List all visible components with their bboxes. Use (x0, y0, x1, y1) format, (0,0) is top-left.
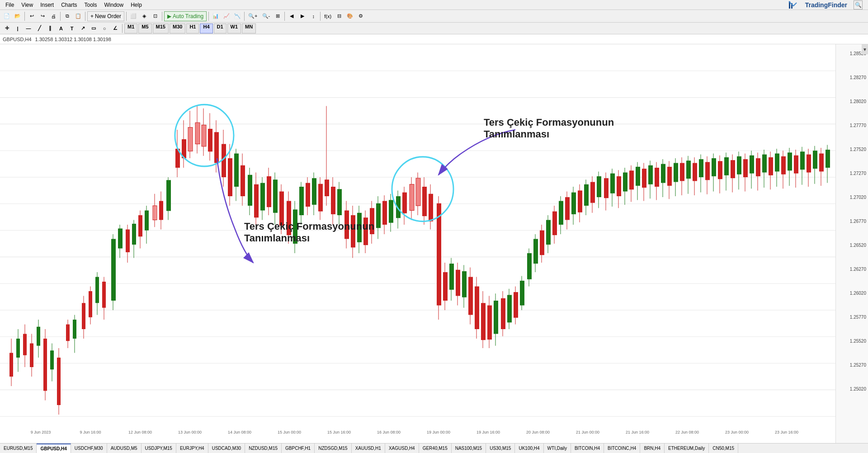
menu-view[interactable]: View (18, 2, 37, 8)
tb-icon7[interactable]: ↕ (308, 11, 318, 21)
tf-m30[interactable]: M30 (170, 24, 185, 33)
draw-hline-btn[interactable]: — (24, 24, 33, 33)
chart-tab-eurjpy-h4[interactable]: EURJPY,H4 (176, 444, 208, 453)
draw-trendline-btn[interactable]: ╱ (34, 24, 44, 33)
svg-text:19 Jun 00:00: 19 Jun 00:00 (427, 430, 450, 434)
redo-btn[interactable]: ↪ (38, 11, 47, 21)
svg-rect-56 (145, 211, 149, 231)
new-order-label: New Order (95, 13, 121, 19)
draw-line-btn[interactable]: | (13, 24, 23, 33)
tb-icon1[interactable]: ⬜ (128, 11, 138, 21)
svg-rect-94 (273, 179, 278, 213)
tf-mn[interactable]: MN (242, 24, 256, 33)
tb-color[interactable]: 🎨 (345, 11, 355, 21)
chart-tab-audusd-m5[interactable]: AUDUSD,M5 (107, 444, 142, 453)
undo-btn[interactable]: ↩ (27, 11, 37, 21)
print-btn[interactable]: 🖨 (48, 11, 58, 21)
tb-templates[interactable]: ⊟ (334, 11, 344, 21)
zoom-out-btn[interactable]: 🔍- (260, 11, 272, 21)
menu-file[interactable]: File (2, 2, 18, 8)
chart-tab-eurusd-m15[interactable]: EURUSD,M15 (0, 444, 37, 453)
tf-h1[interactable]: H1 (186, 24, 199, 33)
new-chart-btn[interactable]: 📄 (2, 11, 12, 21)
svg-rect-20 (16, 339, 20, 358)
sep5 (162, 12, 162, 21)
draw-fib-btn[interactable]: A (56, 24, 66, 33)
open-btn[interactable]: 📂 (13, 11, 23, 21)
tb-icon4[interactable]: 📊 (211, 11, 221, 21)
chart-tab-nzdusd-m15[interactable]: NZDUSD,M15 (245, 444, 282, 453)
price-chart: 9 Jun 2023 9 Jun 16:00 12 Jun 08:00 13 J… (0, 44, 835, 443)
chart-area[interactable]: 9 Jun 2023 9 Jun 16:00 12 Jun 08:00 13 J… (0, 44, 835, 443)
crosshair-btn[interactable]: ✛ (2, 24, 12, 33)
menu-charts[interactable]: Charts (57, 2, 80, 8)
tf-h4[interactable]: H4 (200, 24, 212, 33)
autotrading-btn[interactable]: ▶ Auto Trading (164, 11, 207, 21)
menu-help[interactable]: Help (127, 2, 146, 8)
chart-tab-usdjpy-m15[interactable]: USDJPY,M15 (142, 444, 176, 453)
chart-tab-us30-m15[interactable]: US30,M15 (486, 444, 515, 453)
svg-rect-50 (126, 230, 130, 252)
svg-rect-262 (813, 151, 817, 169)
chart-tab-gbpusd-h4[interactable]: GBPUSD,H4 (37, 444, 71, 453)
draw-angle-btn[interactable]: ∠ (110, 24, 120, 33)
tb-settings[interactable]: ⚙ (356, 11, 366, 21)
chart-tab-ethereum-daily[interactable]: ETHEREUM,Daily (665, 444, 709, 453)
sep9 (320, 12, 321, 21)
svg-rect-106 (312, 178, 316, 205)
draw-rect-btn[interactable]: ▭ (89, 24, 99, 33)
chart-tab-xauusd-h1[interactable]: XAUUSD,H1 (352, 444, 385, 453)
paste-btn[interactable]: 📋 (73, 11, 83, 21)
tb-icon3[interactable]: ⊡ (150, 11, 160, 21)
price-level-1: 1.28270 (850, 75, 866, 80)
chart-tab-nzdsgd-m15[interactable]: NZDSGD,M15 (315, 444, 351, 453)
fit-btn[interactable]: ⊞ (273, 11, 283, 21)
tf-m1[interactable]: M1 (124, 24, 137, 33)
menu-bar: File View Insert Charts Tools Window Hel… (0, 0, 868, 10)
svg-rect-2 (0, 44, 835, 443)
tb-scroll-left[interactable]: ◀ (287, 11, 297, 21)
chart-tab-bitcoin-h4[interactable]: BITCOIN,H4 (571, 444, 604, 453)
draw-arrow-btn[interactable]: ↗ (78, 24, 88, 33)
chart-tab-usdchf-m30[interactable]: USDCHF,M30 (71, 444, 107, 453)
chart-tab-wti-daily[interactable]: WTI,Daily (544, 444, 571, 453)
svg-rect-30 (50, 350, 54, 369)
svg-text:16 Jun 08:00: 16 Jun 08:00 (377, 430, 401, 434)
svg-rect-260 (807, 155, 811, 173)
tb-icon2[interactable]: ◈ (139, 11, 149, 21)
tb-icon6[interactable]: 📉 (232, 11, 242, 21)
search-icon[interactable]: 🔍 (854, 0, 863, 9)
chart-tab-xagusd-h4[interactable]: XAGUSD,H4 (385, 444, 419, 453)
tf-m15[interactable]: M15 (153, 24, 169, 33)
svg-rect-204 (629, 170, 634, 189)
draw-channel-btn[interactable]: ∥ (45, 24, 55, 33)
svg-rect-166 (507, 295, 512, 322)
svg-rect-62 (166, 180, 171, 211)
tb-scroll-right[interactable]: ▶ (297, 11, 307, 21)
svg-text:22 Jun 08:00: 22 Jun 08:00 (675, 430, 699, 434)
svg-rect-46 (111, 239, 116, 301)
chart-tab-gbpchf-h1[interactable]: GBPCHF,H1 (282, 444, 315, 453)
chart-tab-cn50-m15[interactable]: CN50,M15 (709, 444, 738, 453)
new-order-btn[interactable]: + New Order (87, 11, 124, 21)
price-level-8: 1.26520 (850, 243, 866, 248)
chart-tab-bitcoinc-h4[interactable]: BITCOINC,H4 (604, 444, 640, 453)
menu-insert[interactable]: Insert (37, 2, 57, 8)
price-axis-scroll-btn[interactable]: ▼ (862, 44, 868, 54)
chart-tab-nas100-m15[interactable]: NAS100,M15 (452, 444, 486, 453)
copy-btn[interactable]: ⧉ (62, 11, 72, 21)
tb-indicator[interactable]: f(x) (322, 11, 333, 21)
chart-tab-usdcad-m30[interactable]: USDCAD,M30 (208, 444, 245, 453)
menu-tools[interactable]: Tools (81, 2, 101, 8)
draw-text-btn[interactable]: T (67, 24, 77, 33)
tf-w1[interactable]: W1 (227, 24, 241, 33)
chart-tab-ger40-m15[interactable]: GER40,M15 (419, 444, 452, 453)
tb-icon5[interactable]: 📈 (222, 11, 231, 21)
chart-tab-brn-h4[interactable]: BRN,H4 (640, 444, 665, 453)
tf-m5[interactable]: M5 (138, 24, 151, 33)
menu-window[interactable]: Window (101, 2, 127, 8)
draw-ellipse-btn[interactable]: ○ (99, 24, 109, 33)
zoom-in-btn[interactable]: 🔍+ (246, 11, 259, 21)
chart-tab-uk100-h4[interactable]: UK100,H4 (515, 444, 543, 453)
tf-d1[interactable]: D1 (214, 24, 226, 33)
